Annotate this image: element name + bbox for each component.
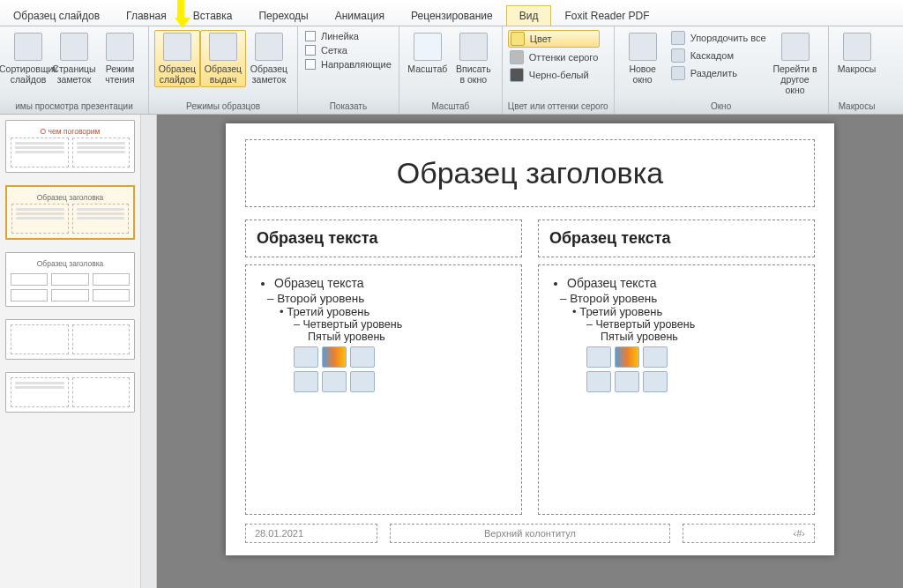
notes-page-button[interactable]: Страницызаметок bbox=[51, 30, 97, 87]
outline-lvl2: Второй уровень bbox=[551, 292, 802, 305]
notes-master-icon bbox=[255, 33, 283, 61]
tab-animation[interactable]: Анимация bbox=[322, 5, 398, 26]
cascade-button[interactable]: Каскадом bbox=[669, 48, 768, 63]
group-macros: Макросы Макросы bbox=[829, 26, 885, 114]
insert-picture-icon[interactable] bbox=[294, 371, 318, 392]
group-window: Новоеокно Упорядочить все Каскадом Разде… bbox=[615, 26, 829, 114]
cascade-icon bbox=[671, 48, 685, 63]
thumb-title: О чем поговорим bbox=[11, 125, 130, 138]
reading-view-icon bbox=[106, 33, 134, 61]
checkbox-icon bbox=[305, 59, 316, 70]
content-icons[interactable] bbox=[294, 346, 509, 392]
zoom-icon bbox=[414, 33, 442, 61]
switch-window-icon bbox=[781, 33, 810, 61]
arrange-all-icon bbox=[671, 31, 685, 45]
slide-number-placeholder[interactable]: ‹#› bbox=[683, 524, 815, 543]
content-placeholder-left[interactable]: Образец текста Второй уровень Третий уро… bbox=[245, 264, 522, 515]
color-button[interactable]: Цвет bbox=[508, 30, 600, 48]
outline-lvl2: Второй уровень bbox=[258, 292, 509, 305]
content-row: Образец текста Образец текста Второй уро… bbox=[245, 220, 815, 515]
group-color: Цвет Оттенки серого Черно-белый Цвет или… bbox=[503, 26, 615, 114]
grayscale-button[interactable]: Оттенки серого bbox=[508, 49, 600, 65]
blackwhite-button[interactable]: Черно-белый bbox=[508, 67, 600, 83]
slide-master-icon bbox=[163, 33, 191, 61]
checkbox-icon bbox=[305, 45, 316, 56]
color-icon bbox=[511, 32, 525, 46]
new-window-button[interactable]: Новоеокно bbox=[620, 30, 666, 87]
outline-lvl1: Образец текста bbox=[567, 274, 802, 292]
insert-clipart-icon[interactable] bbox=[615, 371, 639, 392]
group-show: Линейка Сетка Направляющие Показать bbox=[298, 26, 399, 114]
content-col-left: Образец текста Образец текста Второй уро… bbox=[245, 220, 522, 515]
group-title-macros: Макросы bbox=[834, 100, 880, 114]
text-heading-placeholder-right[interactable]: Образец текста bbox=[538, 220, 815, 257]
grayscale-icon bbox=[510, 50, 524, 64]
insert-picture-icon[interactable] bbox=[586, 371, 611, 392]
thumb-5[interactable] bbox=[5, 372, 135, 413]
slide-master-button[interactable]: Образецслайдов bbox=[154, 30, 200, 87]
notes-page-icon bbox=[60, 33, 88, 61]
outline-lvl3: Третий уровень bbox=[551, 305, 802, 318]
insert-table-icon[interactable] bbox=[294, 346, 318, 368]
outline-lvl4: Четвертый уровень bbox=[258, 318, 509, 331]
reading-view-button[interactable]: Режимчтения bbox=[97, 30, 143, 87]
switch-window-button[interactable]: Перейти вдругое окно bbox=[768, 30, 823, 98]
group-title-master-views: Режимы образцов bbox=[154, 100, 292, 114]
grid-checkbox[interactable]: Сетка bbox=[303, 44, 393, 56]
slide-sorter-button[interactable]: Сортировщикслайдов bbox=[5, 30, 51, 87]
notes-master-button[interactable]: Образецзаметок bbox=[246, 30, 292, 87]
thumb-2[interactable]: Образец заголовка bbox=[5, 185, 135, 240]
group-title-color: Цвет или оттенки серого bbox=[508, 100, 608, 114]
checkbox-icon bbox=[305, 31, 316, 41]
group-presentation-views: Сортировщикслайдов Страницызаметок Режим… bbox=[0, 26, 149, 114]
tab-transitions[interactable]: Переходы bbox=[245, 5, 321, 26]
ruler-checkbox[interactable]: Линейка bbox=[303, 30, 393, 42]
tab-slide-master[interactable]: Образец слайдов bbox=[0, 5, 113, 26]
insert-media-icon[interactable] bbox=[643, 371, 668, 392]
zoom-button[interactable]: Масштаб bbox=[405, 30, 451, 77]
content-icons[interactable] bbox=[586, 346, 802, 392]
footer-placeholder[interactable]: Верхний колонтитул bbox=[390, 524, 670, 543]
thumb-title: Образец заголовка bbox=[11, 191, 129, 204]
title-placeholder[interactable]: Образец заголовка bbox=[245, 139, 815, 207]
group-title-pres-views: имы просмотра презентации bbox=[5, 100, 143, 114]
insert-table-icon[interactable] bbox=[586, 346, 611, 368]
date-placeholder[interactable]: 28.01.2021 bbox=[245, 524, 377, 543]
content-placeholder-right[interactable]: Образец текста Второй уровень Третий уро… bbox=[538, 264, 815, 515]
work-area: О чем поговорим Образец заголовка Образе… bbox=[0, 115, 903, 588]
arrange-all-button[interactable]: Упорядочить все bbox=[669, 30, 768, 46]
tab-view[interactable]: Вид bbox=[506, 5, 552, 26]
insert-smartart-icon[interactable] bbox=[350, 346, 375, 368]
outline-lvl5: Пятый уровень bbox=[551, 331, 802, 343]
insert-clipart-icon[interactable] bbox=[322, 371, 347, 392]
insert-chart-icon[interactable] bbox=[615, 346, 639, 368]
group-title-zoom: Масштаб bbox=[405, 100, 496, 114]
guides-checkbox[interactable]: Направляющие bbox=[303, 58, 393, 71]
tab-home[interactable]: Главная bbox=[113, 5, 180, 26]
macros-icon bbox=[843, 33, 871, 61]
outline-lvl4: Четвертый уровень bbox=[551, 318, 802, 331]
outline-lvl1: Образец текста bbox=[274, 274, 509, 292]
ribbon: Сортировщикслайдов Страницызаметок Режим… bbox=[0, 26, 903, 115]
handout-master-button[interactable]: Образецвыдач bbox=[200, 30, 246, 87]
scrollbar-gutter[interactable] bbox=[141, 115, 157, 588]
split-button[interactable]: Разделить bbox=[669, 65, 768, 81]
thumb-4[interactable] bbox=[5, 319, 135, 360]
tab-foxit[interactable]: Foxit Reader PDF bbox=[551, 5, 662, 26]
slide-sorter-icon bbox=[14, 33, 42, 61]
insert-media-icon[interactable] bbox=[350, 371, 375, 392]
tab-review[interactable]: Рецензирование bbox=[398, 5, 506, 26]
group-title-show: Показать bbox=[303, 100, 393, 114]
insert-smartart-icon[interactable] bbox=[643, 346, 668, 368]
master-slide: Образец заголовка Образец текста Образец… bbox=[226, 123, 834, 555]
thumb-1[interactable]: О чем поговорим bbox=[5, 120, 135, 173]
content-col-right: Образец текста Образец текста Второй уро… bbox=[538, 220, 815, 515]
thumb-3[interactable]: Образец заголовка bbox=[5, 252, 135, 307]
insert-chart-icon[interactable] bbox=[322, 346, 347, 368]
arrow-annotation bbox=[175, 0, 187, 28]
handout-master-icon bbox=[209, 33, 237, 61]
macros-button[interactable]: Макросы bbox=[834, 30, 880, 77]
outline-lvl3: Третий уровень bbox=[258, 305, 509, 318]
text-heading-placeholder-left[interactable]: Образец текста bbox=[245, 220, 522, 257]
fit-window-button[interactable]: Вписатьв окно bbox=[451, 30, 496, 87]
